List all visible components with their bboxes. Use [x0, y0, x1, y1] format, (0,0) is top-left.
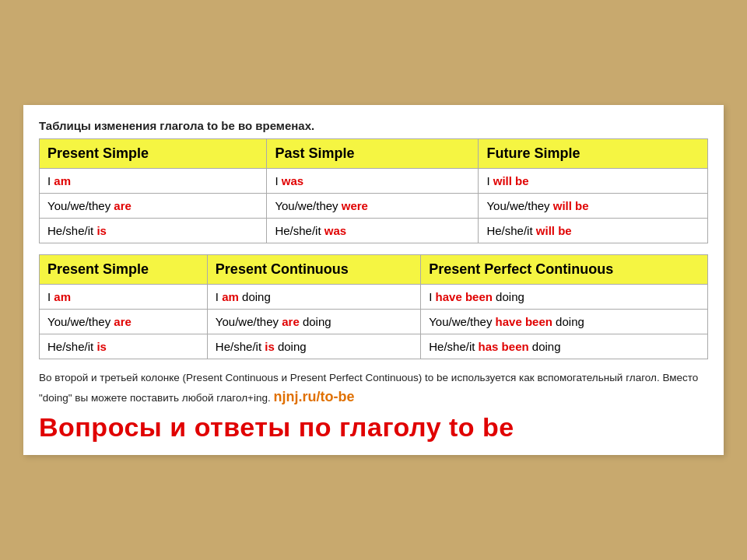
site-link[interactable]: njnj.ru/to-be — [273, 389, 354, 404]
header-future-simple: Future Simple — [479, 138, 708, 168]
table-row: He/she/it isHe/she/it is doingHe/she/it … — [40, 334, 708, 359]
header-past-simple: Past Simple — [267, 138, 479, 168]
section1-title: Таблицы изменения глагола to be во време… — [39, 119, 708, 132]
table-row: You/we/they areYou/we/they wereYou/we/th… — [40, 193, 708, 218]
table-row: You/we/they areYou/we/they are doingYou/… — [40, 309, 708, 334]
header-present-perfect-continuous: Present Perfect Continuous — [421, 254, 708, 284]
header-present-simple-2: Present Simple — [40, 254, 208, 284]
big-title: Вопросы и ответы по глаголу to be — [39, 412, 708, 443]
header-present-continuous: Present Continuous — [207, 254, 420, 284]
table-row: He/she/it isHe/she/it wasHe/she/it will … — [40, 218, 708, 243]
note-paragraph: Во второй и третьей колонке (Present Con… — [39, 370, 708, 408]
table-row: I amI am doingI have been doing — [40, 284, 708, 309]
note-text: Во второй и третьей колонке (Present Con… — [39, 372, 698, 404]
table-row: I amI wasI will be — [40, 168, 708, 193]
main-card: Таблицы изменения глагола to be во време… — [23, 105, 724, 456]
header-present-simple: Present Simple — [40, 138, 267, 168]
table-simple-tenses: Present Simple Past Simple Future Simple… — [39, 138, 708, 243]
table-continuous-tenses: Present Simple Present Continuous Presen… — [39, 254, 708, 359]
